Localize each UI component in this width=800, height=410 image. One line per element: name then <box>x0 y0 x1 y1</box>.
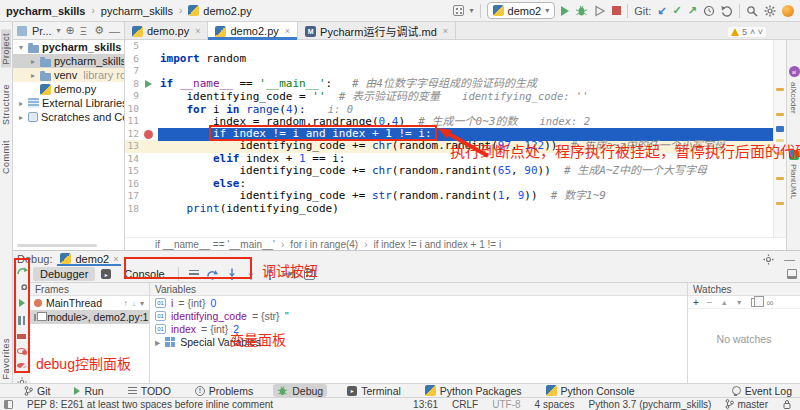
breadcrumb-item[interactable]: if index != i and index + 1 != i <box>374 239 502 250</box>
remove-watch-icon[interactable]: − <box>707 297 713 308</box>
bottom-item-terminal[interactable]: ▸Terminal <box>343 384 405 397</box>
chevron-right-icon[interactable]: ▸ <box>17 113 25 122</box>
tool-windows-icon[interactable] <box>453 5 464 16</box>
coverage-button[interactable] <box>594 5 606 17</box>
line-number[interactable]: 17 <box>125 190 139 203</box>
line-number[interactable]: 11 <box>125 115 139 128</box>
line-ending[interactable]: CRLF <box>452 399 478 410</box>
line-number[interactable]: 8 <box>125 78 139 91</box>
bottom-item-python-packages[interactable]: Python Packages <box>421 384 526 397</box>
bottom-item-todo[interactable]: TODO <box>124 384 175 397</box>
bottom-item-git[interactable]: Git <box>20 384 54 397</box>
frame-row[interactable]: <module>, demo2.py:12 <box>30 310 149 324</box>
indent-setting[interactable]: 4 spaces <box>535 399 575 410</box>
lock-icon[interactable] <box>782 399 792 409</box>
line-number[interactable]: 12 <box>125 128 139 141</box>
line-number[interactable]: 5 <box>125 40 139 53</box>
git-branch-widget[interactable]: master <box>725 399 768 410</box>
tree-item-pycharm_skills[interactable]: ▾pycharm_skillsC:\Users\897 <box>13 40 124 54</box>
inspections-widget[interactable]: 5 ˄ ˅ <box>728 27 766 37</box>
line-number[interactable]: 15 <box>125 165 139 178</box>
chevron-right-icon[interactable]: ▸ <box>155 336 160 348</box>
hide-panel-icon[interactable]: — <box>784 253 795 265</box>
horizontal-scrollbar[interactable] <box>17 244 97 247</box>
close-icon[interactable]: × <box>195 26 200 36</box>
sidebar-item-favorites[interactable]: Favorites <box>1 338 11 380</box>
line-number[interactable]: 16 <box>125 178 139 191</box>
variable-row[interactable]: 01identifying_code= {str}'' <box>150 309 687 322</box>
line-number[interactable]: 7 <box>125 65 139 78</box>
add-watch-icon[interactable]: + <box>693 297 699 308</box>
execution-mark[interactable] <box>776 126 784 132</box>
line-number[interactable]: 18 <box>125 203 139 216</box>
rollback-icon[interactable] <box>721 5 733 17</box>
tab-debugger[interactable]: Debugger <box>33 267 95 281</box>
thread-selector[interactable]: MainThread ↑ ↓ ▾ <box>30 296 149 310</box>
breakpoint-icon[interactable] <box>144 130 153 139</box>
settings-gear-icon[interactable] <box>764 5 776 17</box>
collapse-all-icon[interactable]: Ξ <box>80 25 87 37</box>
tree-item-pycharm_skills[interactable]: ▸pycharm_skills <box>13 54 124 68</box>
event-log-button[interactable]: Event Log <box>732 385 792 397</box>
git-push-icon[interactable]: ↗ <box>688 4 697 17</box>
tool-window-switcher-icon[interactable] <box>4 400 13 409</box>
run-button[interactable] <box>561 6 569 16</box>
move-down-icon[interactable]: ▼ <box>736 299 743 306</box>
show-watches-icon[interactable]: ∞ <box>767 297 774 308</box>
bottom-item-python-console[interactable]: Python Console <box>542 384 639 397</box>
warning-mark[interactable] <box>776 202 784 205</box>
breadcrumb-project[interactable]: pycharm_skills <box>6 5 86 17</box>
stop-button[interactable] <box>612 6 621 15</box>
line-number[interactable]: 14 <box>125 153 139 166</box>
breadcrumb-file[interactable]: demo2.py <box>203 5 251 17</box>
caret-position[interactable]: 13:61 <box>413 399 438 410</box>
line-number[interactable]: 10 <box>125 103 139 116</box>
thread-nav-icons[interactable]: ↑ ↓ ▾ <box>124 299 145 308</box>
search-icon[interactable] <box>746 5 758 17</box>
sidebar-item-plantuml[interactable]: PlantUML <box>789 164 798 199</box>
project-view-dropdown[interactable]: Pr... <box>32 25 52 37</box>
chevron-right-icon[interactable]: ▸ <box>17 99 25 108</box>
move-up-icon[interactable]: ▲ <box>721 299 728 306</box>
tree-item-venv[interactable]: ▸venvlibrary root <box>13 68 124 82</box>
run-config-selector[interactable]: demo2 ▾ <box>487 2 556 19</box>
chevron-right-icon[interactable]: ▸ <box>29 71 37 80</box>
layout-settings-icon[interactable] <box>787 269 797 279</box>
sidebar-item-structure[interactable]: Structure <box>1 84 11 125</box>
tree-item-External Libraries[interactable]: ▸External Libraries <box>13 96 124 110</box>
options-gear-icon[interactable]: ⚙ <box>94 24 104 37</box>
tab-demo.py[interactable]: demo.py× <box>125 22 208 40</box>
warning-mark[interactable] <box>776 177 784 180</box>
bottom-item-problems[interactable]: !Problems <box>191 384 257 397</box>
close-icon[interactable]: × <box>285 26 290 36</box>
line-number[interactable]: 13 <box>125 140 139 153</box>
interpreter[interactable]: Python 3.7 (pycharm_skills) <box>589 399 712 410</box>
chevron-down-icon[interactable]: ▾ <box>470 6 474 15</box>
prev-next-icons[interactable]: ˄ ˅ <box>750 27 763 37</box>
warning-mark[interactable] <box>776 113 784 116</box>
line-number[interactable]: 6 <box>125 53 139 66</box>
tab-Pycharm运行与调试.md[interactable]: MPycharm运行与调试.md× <box>298 22 456 40</box>
warning-mark[interactable] <box>776 88 784 91</box>
copy-icon[interactable] <box>751 298 759 307</box>
bottom-item-run[interactable]: Run <box>70 384 107 397</box>
run-gutter-icon[interactable] <box>145 80 152 88</box>
aixcoder-icon[interactable]: ai <box>789 66 800 77</box>
sidebar-item-commit[interactable]: Commit <box>1 140 11 174</box>
encoding[interactable]: UTF-8 <box>492 399 520 410</box>
chevron-right-icon[interactable]: ▸ <box>29 57 37 66</box>
debug-button[interactable] <box>575 4 588 17</box>
sidebar-item-project[interactable]: Project <box>1 30 11 68</box>
breadcrumb-item[interactable]: if __name__ == '__main__' <box>155 239 275 250</box>
close-icon[interactable]: × <box>113 254 118 264</box>
sidebar-item-aixcoder[interactable]: aiXcoder <box>789 82 798 114</box>
bottom-item-debug[interactable]: Debug <box>273 384 327 397</box>
tree-item-Scratches and Consoles[interactable]: ▸Scratches and Consoles <box>13 110 124 124</box>
close-icon[interactable]: × <box>443 26 448 36</box>
error-stripe[interactable] <box>773 40 786 237</box>
tab-demo2.py[interactable]: demo2.py× <box>208 22 298 40</box>
hide-panel-icon[interactable]: — <box>109 25 120 37</box>
git-commit-icon[interactable]: ✓ <box>673 4 682 17</box>
line-number[interactable]: 9 <box>125 90 139 103</box>
chevron-down-icon[interactable]: ▾ <box>17 43 25 52</box>
